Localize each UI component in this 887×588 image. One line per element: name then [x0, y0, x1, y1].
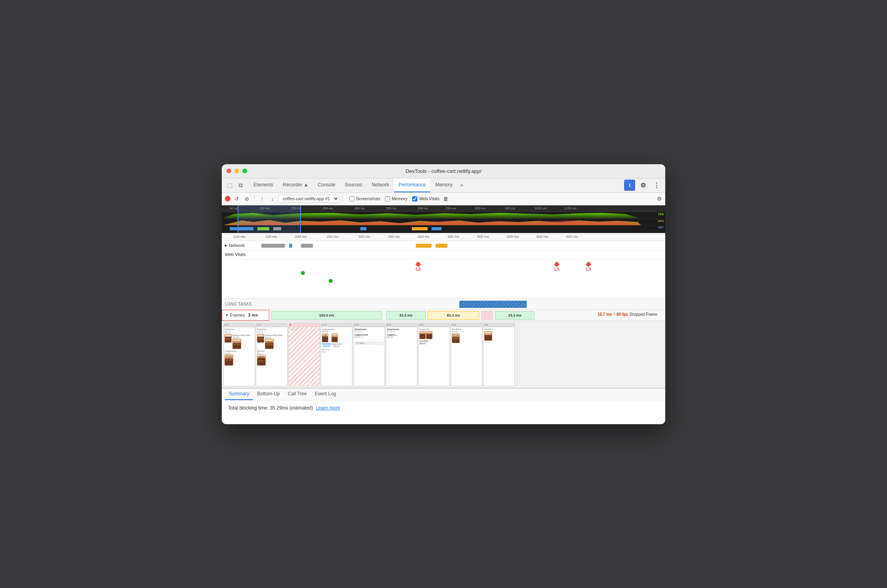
web-vitals-label: Web Vitals — [419, 196, 440, 201]
ls-diamond-2 — [554, 261, 560, 267]
summary-tab[interactable]: Summary — [225, 388, 253, 400]
reload-button[interactable]: ↺ — [232, 194, 241, 203]
call-tree-tab[interactable]: Call Tree — [284, 388, 311, 400]
svg-rect-6 — [360, 227, 366, 230]
overview-label-650ms: 650 ms — [418, 207, 428, 210]
ruler-500ms: 500 ms — [477, 235, 489, 239]
interaction-dot-2 — [329, 279, 333, 283]
overview-label-1050ms: 1050 ms — [535, 207, 547, 210]
titlebar: DevTools - coffee-cart.netlify.app/ — [222, 164, 665, 178]
download-button[interactable]: ↓ — [268, 194, 277, 203]
upload-button[interactable]: ↑ — [258, 194, 266, 203]
minimize-button[interactable] — [234, 169, 239, 173]
screenshot-4[interactable]: Americano $7.00 x 1 Cappuccino $19.00 x … — [353, 323, 385, 386]
network-row: ▶ Network — [222, 241, 665, 250]
target-select[interactable]: coffee-cart.netlify.app #1 — [278, 195, 339, 203]
tab-performance[interactable]: Performance — [394, 178, 431, 192]
screenshot-dropped[interactable]: Dropped — [288, 323, 320, 386]
ruler-450ms: 450 ms — [447, 235, 459, 239]
settings-icon[interactable]: ⚙ — [638, 180, 649, 191]
memory-checkbox[interactable] — [385, 196, 390, 201]
long-task-1 — [459, 301, 527, 308]
long-tasks-row: LONG TASKS — [222, 299, 665, 310]
dropped-fps-text: 16.7 ms ~ 60 fps — [598, 312, 628, 317]
svg-rect-8 — [432, 227, 442, 230]
ls-marker-3: LS — [586, 262, 591, 271]
long-tasks-label: LONG TASKS — [225, 302, 257, 306]
ruler-250ms: 250 ms — [327, 235, 339, 239]
close-button[interactable] — [227, 169, 231, 173]
web-vitals-label: Web Vitals — [225, 252, 257, 257]
screenshot-3[interactable]: Cappuccino $19.00 milk foam steamed milk… — [321, 323, 352, 386]
timeline-ruler: 100 ms 150 ms 200 ms 250 ms 300 ms 350 m… — [222, 233, 665, 241]
net-label: NET — [658, 226, 664, 229]
frames-row: ▼ Frames 3 ms 150.0 ms 33.3 ms 83.3 ms 3… — [222, 310, 665, 321]
toolbar-settings-icon[interactable]: ⚙ — [657, 195, 662, 202]
memory-checkbox-group: Memory — [385, 196, 407, 201]
ls-marker-1: LS — [416, 262, 421, 271]
tab-elements[interactable]: Elements — [249, 178, 278, 192]
learn-more-link[interactable]: Learn more — [316, 405, 340, 411]
summary-panel: Total blocking time: 35.29ms (estimated)… — [222, 400, 665, 424]
cpu-graph — [222, 219, 665, 226]
screenshot-8[interactable]: Flat Whi... — [483, 323, 515, 386]
tab-more[interactable]: » — [457, 182, 466, 188]
screenshot-7[interactable]: Flat White $18.00 milk foam steamed milk… — [451, 323, 482, 386]
ls-marker-2: LS — [554, 262, 560, 271]
nav-icons: ⬚ ⧉ — [225, 180, 246, 190]
interaction-dot-1 — [301, 271, 305, 275]
screenshot-6[interactable]: Cappuccino — [418, 323, 450, 386]
clear-button[interactable]: 🗑 — [441, 194, 450, 203]
overview-label-950ms: 950 ms — [505, 207, 515, 210]
svg-marker-0 — [222, 213, 641, 219]
net-graph — [222, 226, 665, 231]
overview-label-150ms: 150 ms — [259, 207, 270, 210]
frame-seg-2: 33.3 ms — [386, 311, 426, 320]
timeline-overview[interactable]: 50 ms 150 ms 250 ms 350 ms 450 ms 550 ms… — [222, 205, 665, 233]
maximize-button[interactable] — [242, 169, 247, 173]
dropped-label-text: Dropped Frame — [630, 312, 657, 317]
chat-badge[interactable]: 1 — [624, 180, 635, 191]
tab-console[interactable]: Console — [313, 178, 340, 192]
screenshot-5[interactable]: Americano $7.00 x 1 Cappuc... $19.00 — [386, 323, 417, 386]
tab-recorder[interactable]: Recorder ▲ — [278, 178, 313, 192]
network-expand-icon[interactable]: ▶ — [225, 244, 227, 247]
net-req-3 — [301, 244, 313, 248]
overview-label-350ms: 350 ms — [323, 207, 333, 210]
net-req-5 — [436, 244, 447, 248]
performance-toolbar: ↺ ⊘ ↑ ↓ coffee-cart.netlify.app #1 Scree… — [222, 193, 665, 205]
dropped-frame-block — [481, 311, 493, 320]
screenshot-2[interactable]: Espresso $10.00 espresso Espresso Macchi… — [256, 323, 287, 386]
bottom-tabs: Summary Bottom-Up Call Tree Event Log — [222, 389, 665, 400]
web-vitals-checkbox-group: Web Vitals — [412, 196, 440, 201]
screenshots-checkbox[interactable] — [349, 196, 354, 201]
frames-ms: 3 ms — [248, 313, 258, 317]
web-vitals-checkbox[interactable] — [412, 196, 417, 201]
device-icon[interactable]: ⧉ — [236, 180, 246, 190]
frames-label[interactable]: ▼ Frames 3 ms — [222, 310, 269, 321]
stop-button[interactable]: ⊘ — [242, 194, 251, 203]
overview-label-50ms: 50 ms — [230, 207, 238, 210]
tab-memory[interactable]: Memory — [430, 178, 457, 192]
bottom-up-tab[interactable]: Bottom-Up — [253, 388, 284, 400]
timeline-main: 100 ms 150 ms 200 ms 250 ms 300 ms 350 m… — [222, 233, 665, 321]
network-label[interactable]: ▶ Network — [225, 243, 257, 248]
screenshots-area[interactable]: Espresso $10.00 espresso Espresso Macchi… — [222, 321, 665, 389]
long-task-stripe — [460, 301, 526, 307]
frame-seg-1: 150.0 ms — [271, 311, 382, 320]
screenshot-1[interactable]: Espresso $10.00 espresso Espresso Macchi… — [223, 323, 255, 386]
summary-text: Total blocking time: 35.29ms (estimated)… — [228, 405, 659, 411]
event-log-tab[interactable]: Event Log — [311, 388, 340, 400]
ruler-100ms: 100 ms — [234, 235, 246, 239]
more-options-icon[interactable]: ⋮ — [651, 180, 662, 191]
ls-diamond-1 — [415, 261, 421, 267]
fps-graph — [222, 212, 665, 219]
overview-label-850ms: 850 ms — [475, 207, 485, 210]
inspect-icon[interactable]: ⬚ — [225, 180, 234, 190]
memory-label: Memory — [392, 196, 407, 201]
ruler-650ms: 650 ms — [566, 235, 578, 239]
tab-network[interactable]: Network — [367, 178, 394, 192]
frames-expand-icon[interactable]: ▼ — [225, 313, 228, 317]
tab-sources[interactable]: Sources — [340, 178, 367, 192]
record-button[interactable] — [225, 196, 230, 201]
